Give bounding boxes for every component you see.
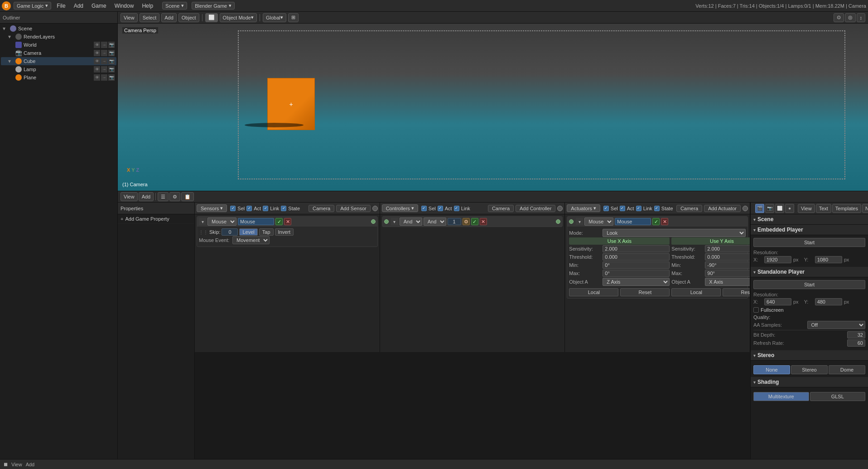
- local-x-btn[interactable]: Local: [569, 288, 618, 296]
- world-eye-btn[interactable]: 👁: [94, 42, 100, 48]
- sens-y-field[interactable]: [705, 245, 750, 252]
- stereo-dome-btn[interactable]: Dome: [829, 365, 865, 374]
- cube-render-btn[interactable]: 📷: [108, 58, 115, 64]
- skip-field[interactable]: [222, 228, 238, 236]
- logic-add-btn[interactable]: Add: [139, 192, 154, 201]
- actuators-link-btn[interactable]: [743, 206, 748, 211]
- controllers-title-btn[interactable]: Controllers ▾: [382, 204, 418, 212]
- ctrl-check-link[interactable]: ✓: [454, 206, 459, 211]
- mouse-event-select[interactable]: Movement: [232, 236, 270, 244]
- status-view-btn[interactable]: View: [11, 462, 22, 467]
- outliner-item-world[interactable]: World 👁 → 📷: [1, 41, 116, 49]
- object-tab[interactable]: ⬜: [775, 204, 784, 213]
- embedded-x-field[interactable]: [764, 256, 791, 263]
- local-y-btn[interactable]: Local: [671, 288, 721, 296]
- sensor-ok-btn[interactable]: ✓: [275, 218, 283, 225]
- ctrl-check-act[interactable]: ✓: [438, 206, 443, 211]
- scene-selector[interactable]: Scene ▾: [162, 2, 187, 10]
- templates-btn-right[interactable]: Templates: [832, 204, 861, 213]
- world-arrow-btn[interactable]: →: [101, 42, 107, 48]
- stereo-stereo-btn[interactable]: Stereo: [791, 365, 828, 374]
- max-x-field[interactable]: [603, 270, 670, 277]
- render-tab[interactable]: 📷: [765, 204, 774, 213]
- aa-select[interactable]: Off: [807, 321, 866, 329]
- min-x-field[interactable]: [603, 261, 670, 269]
- sensor-name-input[interactable]: [238, 218, 274, 225]
- ctrl-link-dot-right[interactable]: [556, 219, 560, 224]
- new-btn-right[interactable]: New: [862, 204, 868, 213]
- viewport-icon[interactable]: ⬜: [205, 13, 218, 22]
- plane-render-btn[interactable]: 📷: [108, 74, 115, 81]
- ctrl-x-btn[interactable]: ✕: [480, 218, 487, 225]
- plane-eye-btn[interactable]: 👁: [94, 74, 100, 81]
- tap-btn[interactable]: Tap: [259, 228, 274, 236]
- embedded-player-section-header[interactable]: ▾ Embedded Player: [751, 225, 868, 235]
- standalone-start-btn[interactable]: Start: [753, 280, 865, 289]
- min-y-field[interactable]: [705, 261, 750, 269]
- material-tab[interactable]: ●: [785, 204, 794, 213]
- level-btn[interactable]: Level: [239, 228, 257, 236]
- controllers-add-btn[interactable]: Add Controller: [516, 205, 555, 212]
- menu-help[interactable]: Help: [139, 2, 156, 10]
- actuators-add-btn[interactable]: Add Actuator: [704, 205, 741, 212]
- logic-view-btn[interactable]: View: [121, 192, 138, 201]
- sens-x-field[interactable]: [603, 245, 670, 252]
- shading-glsl-btn[interactable]: GLSL: [810, 392, 866, 401]
- ctrl-subtype-select[interactable]: And: [424, 218, 446, 226]
- lamp-render-btn[interactable]: 📷: [108, 66, 115, 73]
- shading-section-header[interactable]: ▾ Shading: [751, 377, 868, 387]
- menu-window[interactable]: Window: [112, 2, 137, 10]
- blender-logo[interactable]: B: [2, 1, 11, 10]
- logic-icon-1[interactable]: ☰: [158, 192, 169, 201]
- text-btn-right[interactable]: Text: [816, 204, 831, 213]
- thresh-x-field[interactable]: [603, 253, 670, 261]
- sensors-check-link[interactable]: ✓: [263, 206, 268, 211]
- outliner-item-scene[interactable]: ▾ Scene: [1, 24, 116, 33]
- mode-select[interactable]: Look: [603, 229, 746, 237]
- outliner-item-cube[interactable]: ▾ Cube 👁 → 📷: [1, 57, 116, 65]
- controllers-link-btn[interactable]: [557, 206, 563, 211]
- act-type-select[interactable]: Mouse: [584, 218, 613, 226]
- ctrl-btn1[interactable]: ⚙: [463, 218, 470, 225]
- world-render-btn[interactable]: 📷: [108, 42, 115, 48]
- act-check-link[interactable]: ✓: [636, 206, 641, 211]
- view-menu[interactable]: View: [121, 13, 138, 22]
- act-ok-btn[interactable]: ✓: [652, 218, 660, 225]
- object-menu[interactable]: Object: [178, 13, 199, 22]
- viewport-tool-1[interactable]: ⊙: [834, 13, 844, 22]
- standalone-y-field[interactable]: [815, 298, 842, 305]
- menu-game[interactable]: Game: [89, 2, 109, 10]
- act-check-act[interactable]: ✓: [620, 206, 625, 211]
- max-y-field[interactable]: [705, 270, 750, 277]
- mode-selector[interactable]: Object Mode ▾: [220, 13, 257, 22]
- act-check-sel[interactable]: ✓: [603, 206, 609, 211]
- act-name-input[interactable]: [615, 218, 651, 225]
- reset-y-btn[interactable]: Reset: [723, 288, 750, 296]
- outliner-item-renderlayers[interactable]: ▾ RenderLayers: [1, 33, 116, 41]
- menu-add[interactable]: Add: [71, 2, 86, 10]
- sensors-title-btn[interactable]: Sensors ▾: [197, 204, 227, 212]
- coord-selector[interactable]: Global ▾: [263, 13, 286, 22]
- reset-x-btn[interactable]: Reset: [620, 288, 670, 296]
- invert-btn[interactable]: Invert: [275, 228, 294, 236]
- thresh-y-field[interactable]: [705, 253, 750, 261]
- logic-icon-2[interactable]: ⚙: [169, 192, 180, 201]
- outliner-item-camera[interactable]: 📷 Camera 👁 → 📷: [1, 49, 116, 57]
- scene-section-header[interactable]: ▾ Scene: [751, 214, 868, 225]
- act-x-btn[interactable]: ✕: [661, 218, 668, 225]
- menu-file[interactable]: File: [54, 2, 68, 10]
- sensor-x-btn[interactable]: ✕: [284, 218, 291, 225]
- ctrl-num-field[interactable]: [448, 218, 461, 225]
- view-btn-right[interactable]: View: [798, 204, 815, 213]
- outliner-item-lamp[interactable]: Lamp 👁 → 📷: [1, 65, 116, 73]
- grid-btn[interactable]: ⊞: [288, 13, 299, 22]
- ctrl-ok-btn[interactable]: ✓: [471, 218, 478, 225]
- sensors-check-state[interactable]: ✓: [281, 206, 286, 211]
- add-menu[interactable]: Add: [161, 13, 177, 22]
- viewport-canvas[interactable]: Camera Persp + X Y Z (1) Camera: [118, 24, 868, 191]
- viewport-tool-2[interactable]: ◎: [845, 13, 856, 22]
- camera-render-btn[interactable]: 📷: [108, 50, 115, 56]
- sensors-link-btn[interactable]: [372, 206, 378, 211]
- plane-arrow-btn[interactable]: →: [101, 74, 107, 81]
- camera-arrow-btn[interactable]: →: [101, 50, 107, 56]
